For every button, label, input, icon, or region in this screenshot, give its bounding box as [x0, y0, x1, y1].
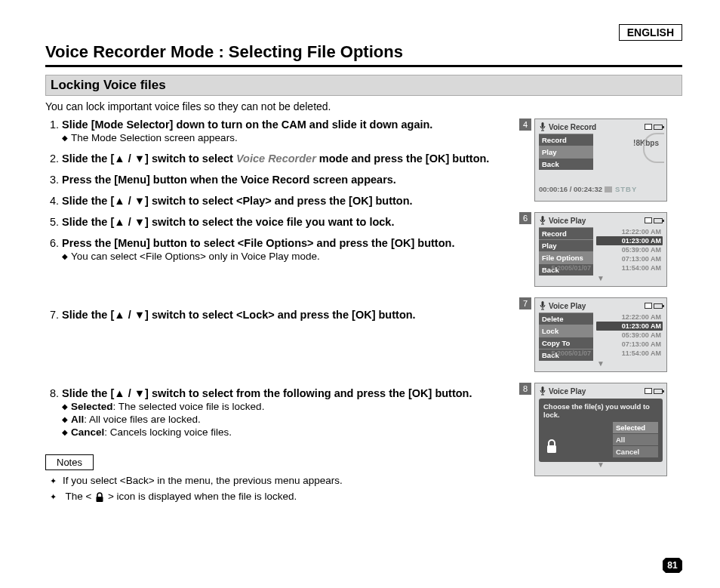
mic-icon	[539, 386, 546, 396]
card-icon	[645, 303, 652, 309]
svg-rect-7	[542, 301, 544, 306]
dialog-option[interactable]: Cancel	[613, 446, 658, 457]
note-item: If you select <Back> in the menu, the pr…	[45, 475, 524, 486]
step-2: Slide the [▲ / ▼] switch to select Voice…	[62, 152, 524, 165]
screenshot-6: 6 Voice Play Record Play File Options Ba…	[534, 212, 682, 287]
mic-icon	[539, 216, 546, 225]
t: Slide the [	[62, 152, 114, 165]
step-sub: All: All voice files are locked.	[62, 414, 524, 425]
shot-number: 6	[519, 212, 531, 224]
dialog-option-selected[interactable]: Selected	[613, 422, 658, 433]
notes-label: Notes	[45, 454, 94, 470]
file-row[interactable]: 12:22:00 AM	[596, 227, 663, 236]
step-head: Press the [Menu] button when the Voice R…	[62, 174, 396, 186]
menu-item[interactable]: Record	[539, 227, 593, 239]
t: mode and press the [OK] button.	[316, 152, 490, 165]
lbl: Selected	[71, 401, 113, 412]
battery-icon	[654, 389, 663, 394]
stop-icon	[605, 186, 612, 192]
page-title: Voice Recorder Mode : Selecting File Opt…	[45, 42, 682, 62]
updown-icon: ▲ / ▼	[114, 195, 145, 207]
chevron-down-icon: ▼	[539, 276, 663, 282]
step-head: Press the [Menu] button to select <File …	[62, 237, 454, 249]
file-row[interactable]: 12:22:00 AM	[596, 312, 663, 322]
menu-item-selected[interactable]: Lock	[539, 325, 593, 337]
t: Slide the [	[62, 387, 114, 399]
txt: : All voice files are locked.	[84, 414, 201, 425]
lbl: All	[71, 414, 84, 425]
menu-item-selected[interactable]: File Options	[539, 251, 593, 263]
battery-icon	[654, 218, 663, 223]
screenshot-4: 4 Voice Record Record Play Back !8Kbps 0…	[534, 119, 682, 202]
card-icon	[645, 388, 652, 394]
step-4: Slide the [▲ / ▼] switch to select <Play…	[62, 195, 524, 207]
svg-rect-4	[542, 216, 544, 221]
file-row[interactable]: 05:39:00 AM	[596, 331, 663, 340]
t: ] switch to select <Play> and press the …	[145, 195, 413, 207]
card-icon	[645, 217, 652, 223]
file-row-selected[interactable]: 01:23:00 AM	[596, 322, 663, 331]
updown-icon: ▲ / ▼	[114, 387, 145, 399]
t: 05:39:00 AM	[622, 246, 661, 254]
updown-icon: ▲ / ▼	[114, 216, 145, 228]
file-row[interactable]: 5 2005/01/0711:54:00 AM	[549, 263, 663, 272]
t: ] switch to select the voice file you wa…	[145, 216, 394, 228]
step-sub: The Mode Selection screen appears.	[62, 132, 524, 143]
file-row[interactable]: 5 2005/01/0711:54:00 AM	[549, 349, 663, 358]
lock-icon	[545, 439, 558, 456]
menu-item-selected[interactable]: Play	[539, 146, 593, 158]
language-box: ENGLISH	[619, 24, 682, 41]
file-row[interactable]: 07:13:00 AM	[596, 340, 663, 349]
chevron-down-icon: ▼	[539, 462, 663, 468]
battery-icon	[654, 303, 663, 309]
menu-item[interactable]: Record	[539, 134, 593, 146]
t: Slide the [	[62, 309, 114, 321]
menu: Record Play Back	[539, 134, 593, 170]
step-head: Slide [Mode Selector] down to turn on th…	[62, 119, 432, 131]
updown-icon: ▲ / ▼	[114, 309, 145, 321]
t: Slide the [	[62, 216, 114, 228]
step-sub: Selected: The selected voice file is loc…	[62, 401, 524, 412]
svg-rect-13	[547, 445, 556, 453]
shot-number: 8	[519, 383, 531, 395]
step-1: Slide [Mode Selector] down to turn on th…	[62, 119, 524, 143]
lbl: Cancel	[71, 426, 104, 438]
dialog-text: Choose the file(s) you would to lock.	[543, 402, 658, 419]
card-icon	[645, 124, 652, 130]
menu-item[interactable]: Copy To	[539, 337, 593, 349]
time-text: 00:00:16 / 00:24:32	[539, 185, 602, 193]
lock-icon	[94, 492, 105, 505]
t: > icon is displayed when the file is loc…	[108, 491, 297, 502]
mic-icon	[539, 122, 546, 131]
screenshot-7: 7 Voice Play Delete Lock Copy To Back	[534, 297, 682, 372]
t: 12:22:00 AM	[622, 313, 661, 321]
step-8: Slide the [▲ / ▼] switch to select from …	[62, 387, 524, 438]
screenshot-8: 8 Voice Play Choose the file(s) you woul…	[534, 383, 682, 476]
file-row[interactable]: 05:39:00 AM	[596, 245, 663, 254]
txt: : Cancels locking voice files.	[104, 426, 232, 438]
menu-item[interactable]: Delete	[539, 312, 593, 325]
t: 01:23:00 AM	[622, 322, 661, 330]
file-row-selected[interactable]: 01:23:00 AM	[596, 236, 663, 245]
t: 11:54:00 AM	[622, 264, 661, 272]
step-3: Press the [Menu] button when the Voice R…	[62, 174, 524, 186]
t: 07:13:00 AM	[622, 255, 661, 263]
section-title: Locking Voice files	[45, 75, 682, 96]
shot-number: 7	[519, 297, 531, 309]
chevron-down-icon: ▼	[539, 361, 663, 367]
t: ] switch to select <Lock> and press the …	[145, 309, 416, 321]
t: ] switch to select	[145, 152, 236, 165]
menu-item[interactable]: Play	[539, 239, 593, 251]
dialog-option[interactable]: All	[613, 434, 658, 445]
t: 05:39:00 AM	[622, 331, 661, 339]
menu-item[interactable]: Back	[539, 158, 593, 170]
state-text: STBY	[615, 185, 637, 193]
d: 5 2005/01/07	[551, 349, 591, 357]
t: 11:54:00 AM	[622, 349, 661, 357]
header-text: Voice Play	[549, 217, 586, 225]
intro-text: You can lock important voice files so th…	[45, 100, 682, 112]
svg-rect-0	[97, 497, 103, 502]
t: ] switch to select from the following an…	[145, 387, 472, 399]
step-5: Slide the [▲ / ▼] switch to select the v…	[62, 216, 524, 228]
file-row[interactable]: 07:13:00 AM	[596, 254, 663, 263]
